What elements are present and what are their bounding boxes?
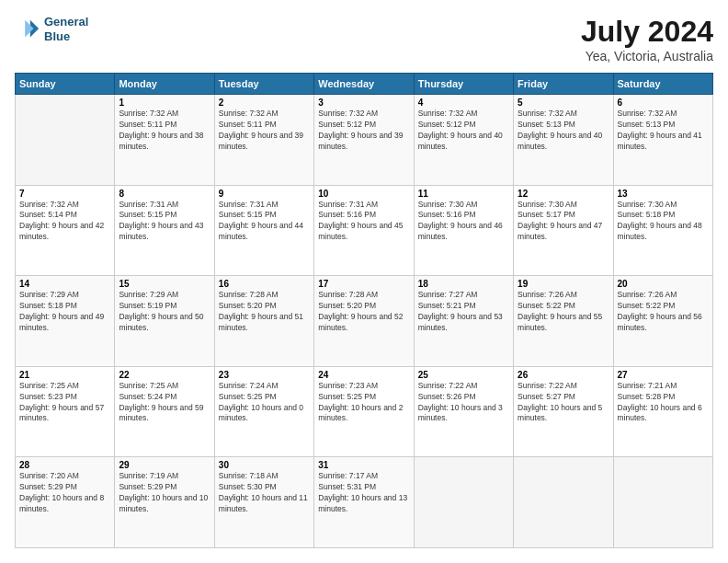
day-header-tuesday: Tuesday: [214, 74, 313, 95]
calendar-cell: 29 Sunrise: 7:19 AM Sunset: 5:29 PM Dayl…: [115, 457, 214, 548]
sunrise-text: Sunrise: 7:19 AM: [119, 471, 210, 482]
sunset-text: Sunset: 5:12 PM: [418, 120, 509, 131]
day-info: Sunrise: 7:20 AM Sunset: 5:29 PM Dayligh…: [19, 471, 110, 515]
daylight-text: Daylight: 9 hours and 50 minutes.: [119, 312, 210, 334]
day-number: 30: [219, 460, 310, 470]
sunrise-text: Sunrise: 7:22 AM: [518, 381, 609, 392]
day-number: 29: [119, 460, 210, 470]
day-info: Sunrise: 7:29 AM Sunset: 5:19 PM Dayligh…: [119, 290, 210, 334]
sunrise-text: Sunrise: 7:30 AM: [518, 200, 609, 211]
day-number: 2: [219, 98, 310, 108]
day-number: 14: [19, 279, 110, 289]
day-number: 1: [119, 98, 210, 108]
sunset-text: Sunset: 5:28 PM: [618, 392, 709, 403]
day-info: Sunrise: 7:19 AM Sunset: 5:29 PM Dayligh…: [119, 471, 210, 515]
sunrise-text: Sunrise: 7:27 AM: [418, 290, 509, 301]
sunset-text: Sunset: 5:13 PM: [618, 120, 709, 131]
daylight-text: Daylight: 9 hours and 53 minutes.: [418, 312, 509, 334]
sunset-text: Sunset: 5:22 PM: [618, 301, 709, 312]
daylight-text: Daylight: 9 hours and 39 minutes.: [318, 131, 409, 153]
calendar-cell: 18 Sunrise: 7:27 AM Sunset: 5:21 PM Dayl…: [414, 276, 513, 367]
daylight-text: Daylight: 9 hours and 42 minutes.: [19, 221, 110, 243]
sunset-text: Sunset: 5:15 PM: [119, 210, 210, 221]
day-number: 28: [19, 460, 110, 470]
day-info: Sunrise: 7:25 AM Sunset: 5:24 PM Dayligh…: [119, 381, 210, 425]
day-number: 23: [219, 370, 310, 380]
daylight-text: Daylight: 9 hours and 41 minutes.: [618, 131, 709, 153]
sunset-text: Sunset: 5:16 PM: [418, 210, 509, 221]
sunset-text: Sunset: 5:25 PM: [219, 392, 310, 403]
sunrise-text: Sunrise: 7:25 AM: [19, 381, 110, 392]
calendar-cell: 15 Sunrise: 7:29 AM Sunset: 5:19 PM Dayl…: [115, 276, 214, 367]
day-number: 6: [618, 98, 709, 108]
calendar-cell: [613, 457, 712, 548]
day-number: 25: [418, 370, 509, 380]
day-header-wednesday: Wednesday: [314, 74, 414, 95]
day-header-thursday: Thursday: [414, 74, 513, 95]
day-number: 11: [418, 189, 509, 199]
logo: General Blue: [15, 15, 88, 43]
day-info: Sunrise: 7:18 AM Sunset: 5:30 PM Dayligh…: [219, 471, 310, 515]
day-info: Sunrise: 7:32 AM Sunset: 5:11 PM Dayligh…: [219, 109, 310, 153]
day-number: 18: [418, 279, 509, 289]
daylight-text: Daylight: 9 hours and 59 minutes.: [119, 403, 210, 425]
calendar-cell: 12 Sunrise: 7:30 AM Sunset: 5:17 PM Dayl…: [514, 185, 613, 276]
day-number: 12: [518, 189, 609, 199]
daylight-text: Daylight: 10 hours and 11 minutes.: [219, 493, 310, 515]
sunrise-text: Sunrise: 7:32 AM: [318, 109, 409, 120]
calendar-cell: 30 Sunrise: 7:18 AM Sunset: 5:30 PM Dayl…: [214, 457, 313, 548]
header: General Blue July 2024 Yea, Victoria, Au…: [15, 15, 713, 63]
day-info: Sunrise: 7:30 AM Sunset: 5:18 PM Dayligh…: [618, 200, 709, 244]
calendar-cell: 14 Sunrise: 7:29 AM Sunset: 5:18 PM Dayl…: [16, 276, 115, 367]
page: General Blue July 2024 Yea, Victoria, Au…: [0, 0, 728, 563]
calendar-cell: 25 Sunrise: 7:22 AM Sunset: 5:26 PM Dayl…: [414, 366, 513, 457]
day-info: Sunrise: 7:31 AM Sunset: 5:15 PM Dayligh…: [119, 200, 210, 244]
sunrise-text: Sunrise: 7:32 AM: [618, 109, 709, 120]
calendar-cell: 5 Sunrise: 7:32 AM Sunset: 5:13 PM Dayli…: [514, 95, 613, 186]
sunrise-text: Sunrise: 7:31 AM: [219, 200, 310, 211]
calendar-cell: 26 Sunrise: 7:22 AM Sunset: 5:27 PM Dayl…: [514, 366, 613, 457]
day-info: Sunrise: 7:32 AM Sunset: 5:12 PM Dayligh…: [418, 109, 509, 153]
calendar-cell: 9 Sunrise: 7:31 AM Sunset: 5:15 PM Dayli…: [214, 185, 313, 276]
day-number: 24: [318, 370, 409, 380]
daylight-text: Daylight: 9 hours and 46 minutes.: [418, 221, 509, 243]
calendar-cell: [16, 95, 115, 186]
day-info: Sunrise: 7:27 AM Sunset: 5:21 PM Dayligh…: [418, 290, 509, 334]
daylight-text: Daylight: 9 hours and 52 minutes.: [318, 312, 409, 334]
sunset-text: Sunset: 5:25 PM: [318, 392, 409, 403]
daylight-text: Daylight: 9 hours and 44 minutes.: [219, 221, 310, 243]
daylight-text: Daylight: 10 hours and 6 minutes.: [618, 403, 709, 425]
day-info: Sunrise: 7:32 AM Sunset: 5:14 PM Dayligh…: [19, 200, 110, 244]
sunrise-text: Sunrise: 7:32 AM: [518, 109, 609, 120]
main-title: July 2024: [581, 15, 713, 49]
sunset-text: Sunset: 5:15 PM: [219, 210, 310, 221]
sunset-text: Sunset: 5:29 PM: [19, 482, 110, 493]
day-info: Sunrise: 7:26 AM Sunset: 5:22 PM Dayligh…: [518, 290, 609, 334]
sunrise-text: Sunrise: 7:20 AM: [19, 471, 110, 482]
daylight-text: Daylight: 9 hours and 38 minutes.: [119, 131, 210, 153]
day-header-saturday: Saturday: [613, 74, 712, 95]
daylight-text: Daylight: 9 hours and 40 minutes.: [418, 131, 509, 153]
sunset-text: Sunset: 5:24 PM: [119, 392, 210, 403]
sunrise-text: Sunrise: 7:30 AM: [618, 200, 709, 211]
sunset-text: Sunset: 5:18 PM: [618, 210, 709, 221]
sunset-text: Sunset: 5:26 PM: [418, 392, 509, 403]
day-info: Sunrise: 7:32 AM Sunset: 5:13 PM Dayligh…: [618, 109, 709, 153]
sunset-text: Sunset: 5:16 PM: [318, 210, 409, 221]
day-number: 5: [518, 98, 609, 108]
sunrise-text: Sunrise: 7:18 AM: [219, 471, 310, 482]
sunrise-text: Sunrise: 7:28 AM: [219, 290, 310, 301]
sunrise-text: Sunrise: 7:24 AM: [219, 381, 310, 392]
sunset-text: Sunset: 5:14 PM: [19, 210, 110, 221]
calendar-cell: 23 Sunrise: 7:24 AM Sunset: 5:25 PM Dayl…: [214, 366, 313, 457]
day-info: Sunrise: 7:32 AM Sunset: 5:13 PM Dayligh…: [518, 109, 609, 153]
calendar-cell: 31 Sunrise: 7:17 AM Sunset: 5:31 PM Dayl…: [314, 457, 414, 548]
daylight-text: Daylight: 10 hours and 0 minutes.: [219, 403, 310, 425]
day-number: 20: [618, 279, 709, 289]
sunrise-text: Sunrise: 7:26 AM: [518, 290, 609, 301]
day-info: Sunrise: 7:28 AM Sunset: 5:20 PM Dayligh…: [219, 290, 310, 334]
sunset-text: Sunset: 5:19 PM: [119, 301, 210, 312]
day-info: Sunrise: 7:32 AM Sunset: 5:12 PM Dayligh…: [318, 109, 409, 153]
daylight-text: Daylight: 10 hours and 5 minutes.: [518, 403, 609, 425]
day-info: Sunrise: 7:22 AM Sunset: 5:26 PM Dayligh…: [418, 381, 509, 425]
